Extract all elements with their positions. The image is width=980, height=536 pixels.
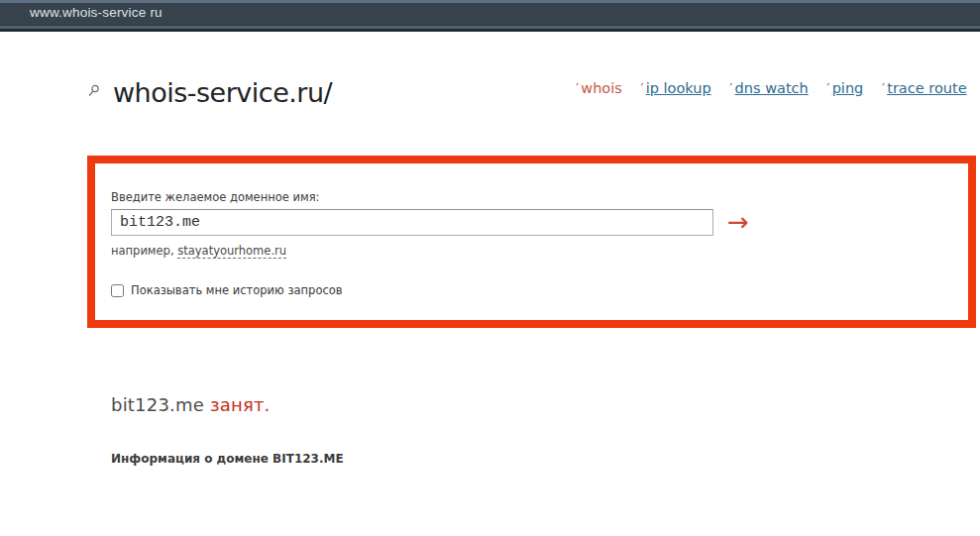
site-logo-text: whois-service.ru/ (113, 77, 332, 108)
domain-input-label: Введите желаемое доменное имя: (111, 190, 319, 204)
query-result: bit123.me занят. (111, 394, 271, 415)
nav-item-label: ip lookup (646, 80, 711, 96)
domain-info-heading: Информация о домене BIT123.ME (111, 452, 344, 466)
submit-arrow-button[interactable]: → (727, 207, 749, 237)
nav-item-ping[interactable]: ′ping (826, 80, 863, 96)
domain-input[interactable] (111, 209, 713, 236)
result-status: занят. (210, 394, 271, 415)
nav-item-trace-route[interactable]: ′trace route (882, 80, 967, 96)
nav-tick-icon: ′ (729, 80, 732, 96)
nav-item-label: dns watch (735, 80, 809, 96)
history-checkbox-row: Показывать мне историю запросов (111, 283, 343, 297)
example-hint: например, stayatyourhome.ru (111, 244, 286, 258)
nav-item-label: trace route (887, 80, 966, 96)
nav-tick-icon: ′ (640, 80, 643, 96)
nav-item-whois[interactable]: ′whois (576, 80, 622, 96)
nav-item-ip-lookup[interactable]: ′ip lookup (640, 80, 710, 96)
example-prefix: например, (111, 244, 174, 258)
history-checkbox-label: Показывать мне историю запросов (131, 283, 343, 297)
window-title-bar[interactable]: www.whois-service ru (0, 0, 980, 32)
history-checkbox[interactable] (111, 284, 124, 297)
main-nav: ′whois ′ip lookup ′dns watch ′ping ′trac… (576, 80, 980, 96)
nav-item-dns-watch[interactable]: ′dns watch (729, 80, 808, 96)
result-domain: bit123.me (111, 394, 204, 415)
nav-tick-icon: ′ (826, 80, 829, 96)
window-title: www.whois-service ru (30, 5, 163, 20)
nav-tick-icon: ′ (576, 80, 579, 96)
nav-tick-icon: ′ (882, 80, 885, 96)
site-logo[interactable]: whois-service.ru/ (87, 77, 332, 108)
example-domain-link[interactable]: stayatyourhome.ru (177, 244, 286, 259)
nav-item-label: whois (581, 80, 622, 96)
domain-search-panel: Введите желаемое доменное имя: → наприме… (87, 156, 976, 328)
nav-item-label: ping (832, 80, 864, 96)
magnifier-icon (87, 83, 100, 102)
